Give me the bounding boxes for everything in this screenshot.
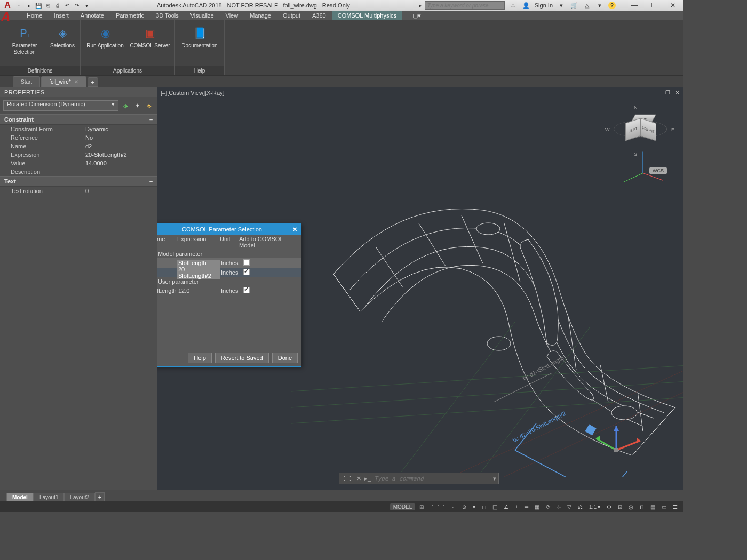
viewport[interactable]: [–][Custom View][X-Ray] — ❐ ✕ N E S W TO… xyxy=(157,87,683,490)
menu-manage[interactable]: Manage xyxy=(244,11,276,20)
menu-featured-apps-icon[interactable]: ▢▾ xyxy=(408,11,425,20)
param-row-slotlength[interactable]: SlotLength 12.0 Inches xyxy=(157,286,301,295)
layout-tab-l1[interactable]: Layout1 xyxy=(34,493,65,502)
command-menu-icon[interactable]: ▾ xyxy=(493,475,496,482)
status-gizmo-icon[interactable]: ⊹ xyxy=(554,504,563,510)
section-constraint[interactable]: Constraint– xyxy=(0,114,157,125)
app-logo[interactable]: A xyxy=(1,10,16,25)
dialog-help-button[interactable]: Help xyxy=(188,353,212,363)
status-isodraft-icon[interactable]: ▾ xyxy=(471,504,478,510)
tab-start[interactable]: Start xyxy=(13,76,40,87)
selection-type-dropdown[interactable]: Rotated Dimension (Dynamic) ▾ xyxy=(3,100,118,111)
dialog-revert-button[interactable]: Revert to Saved xyxy=(215,353,269,363)
status-gear-icon[interactable]: ⚙ xyxy=(605,504,614,510)
command-input[interactable] xyxy=(374,475,490,482)
checkbox-d1[interactable] xyxy=(243,259,250,266)
prop-reference[interactable]: ReferenceNo xyxy=(0,133,157,142)
status-grid-icon[interactable]: ⊞ xyxy=(417,504,426,510)
command-history-icon[interactable]: ▸_ xyxy=(364,475,371,482)
prop-value[interactable]: Value14.0000 xyxy=(0,159,157,167)
maximize-icon[interactable]: ☐ xyxy=(646,1,662,10)
status-qprop-icon[interactable]: ▤ xyxy=(648,504,657,510)
quick-select-icon[interactable]: ⬗ xyxy=(121,101,130,110)
menu-a360[interactable]: A360 xyxy=(307,11,331,20)
layout-tab-l2[interactable]: Layout2 xyxy=(64,493,95,502)
autodesk-icon[interactable]: ⛬ xyxy=(509,1,518,10)
pick-add-icon[interactable]: ✦ xyxy=(132,101,142,110)
group-user-parameter[interactable]: User parameter xyxy=(157,277,301,286)
menu-3dtools[interactable]: 3D Tools xyxy=(150,11,184,20)
close-icon[interactable]: ✕ xyxy=(665,1,681,10)
viewport-close-icon[interactable]: ✕ xyxy=(673,89,681,96)
comsol-server-button[interactable]: ▣ COMSOL Server xyxy=(129,22,171,63)
status-filter-icon[interactable]: ▽ xyxy=(565,504,574,510)
status-cycle-icon[interactable]: ⟳ xyxy=(544,504,552,510)
help-icon[interactable]: ? xyxy=(608,2,616,9)
status-lwt-icon[interactable]: ═ xyxy=(522,504,530,510)
command-drag-icon[interactable]: ⋮⋮ xyxy=(341,475,353,482)
signin-dropdown-icon[interactable]: ▾ xyxy=(557,1,566,10)
selections-button[interactable]: ◈ Selections xyxy=(48,22,77,63)
command-close-icon[interactable]: ✕ xyxy=(356,475,361,482)
signin-icon[interactable]: 👤 xyxy=(522,1,530,10)
dialog-close-icon[interactable]: ✕ xyxy=(290,225,299,234)
status-ortho-icon[interactable]: ⌐ xyxy=(450,504,458,510)
menu-view[interactable]: View xyxy=(220,11,244,20)
menu-home[interactable]: Home xyxy=(21,11,47,20)
menu-output[interactable]: Output xyxy=(277,11,306,20)
signin-label[interactable]: Sign In xyxy=(535,2,553,9)
run-application-button[interactable]: ◉ Run Application xyxy=(84,22,126,63)
a360-icon[interactable]: △ xyxy=(583,1,591,10)
prop-constraint-form[interactable]: Constraint FormDynamic xyxy=(0,125,157,133)
parameter-selection-button[interactable]: Pᵢ Parameter Selection xyxy=(3,22,46,63)
param-row-d2[interactable]: d2 20-SlotLength/2 Inches xyxy=(157,268,301,277)
layout-add-button[interactable]: + xyxy=(95,492,105,502)
status-workspace-icon[interactable]: ⊡ xyxy=(616,504,624,510)
checkbox-d2[interactable] xyxy=(243,269,250,275)
new-icon[interactable]: ▫ xyxy=(15,1,23,10)
prop-text-rotation[interactable]: Text rotation0 xyxy=(0,187,157,195)
qat-dropdown-icon[interactable]: ▾ xyxy=(82,1,91,10)
menu-parametric[interactable]: Parametric xyxy=(110,11,149,20)
exchange-icon[interactable]: 🛒 xyxy=(570,1,578,10)
menu-insert[interactable]: Insert xyxy=(49,11,74,20)
undo-icon[interactable]: ↶ xyxy=(63,1,71,10)
open-icon[interactable]: ▸ xyxy=(25,1,33,10)
search-icon[interactable]: ▸ xyxy=(416,1,425,10)
menu-annotate[interactable]: Annotate xyxy=(75,11,109,20)
prop-description[interactable]: Description xyxy=(0,167,157,176)
save-icon[interactable]: 💾 xyxy=(34,1,43,10)
status-annomon-icon[interactable]: ◎ xyxy=(626,504,635,510)
viewport-restore-icon[interactable]: ❐ xyxy=(664,89,671,96)
status-units-icon[interactable]: ⊓ xyxy=(638,504,646,510)
help-search-input[interactable] xyxy=(425,1,505,10)
dialog-done-button[interactable]: Done xyxy=(272,353,298,363)
minimize-icon[interactable]: — xyxy=(626,1,642,10)
redo-icon[interactable]: ↷ xyxy=(73,1,81,10)
section-text[interactable]: Text– xyxy=(0,176,157,187)
documentation-button[interactable]: 📘 Documentation xyxy=(178,22,221,63)
select-objects-icon[interactable]: ⬘ xyxy=(144,101,154,110)
status-customize-icon[interactable]: ☰ xyxy=(671,504,680,510)
prop-name[interactable]: Named2 xyxy=(0,142,157,150)
status-osnap-icon[interactable]: ◻ xyxy=(480,504,488,510)
menu-visualize[interactable]: Visualize xyxy=(185,11,219,20)
help-dropdown-icon[interactable]: ▾ xyxy=(595,1,604,10)
checkbox-slotlength[interactable] xyxy=(243,287,250,293)
tab-add-button[interactable]: + xyxy=(88,77,98,87)
status-transp-icon[interactable]: ▦ xyxy=(533,504,542,510)
status-polar-icon[interactable]: ⊙ xyxy=(460,504,468,510)
group-model-parameter[interactable]: Model parameter xyxy=(157,250,301,258)
viewport-label[interactable]: [–][Custom View][X-Ray] xyxy=(161,90,225,96)
prop-expression[interactable]: Expression20-SlotLength/2 xyxy=(0,150,157,159)
tab-foil-wire[interactable]: foil_wire* ✕ xyxy=(41,76,86,87)
viewport-minimize-icon[interactable]: — xyxy=(654,89,662,96)
layout-tab-model[interactable]: Model xyxy=(6,493,34,502)
menu-comsol[interactable]: COMSOL Multiphysics xyxy=(332,11,402,20)
status-otrack-icon[interactable]: ∠ xyxy=(502,504,511,510)
status-dyn-icon[interactable]: + xyxy=(513,504,520,510)
status-scale-label[interactable]: 1:1▾ xyxy=(587,504,602,510)
status-cleanscreen-icon[interactable]: ▭ xyxy=(659,504,669,510)
status-anno-icon[interactable]: ⚖ xyxy=(576,504,585,510)
status-3dosnap-icon[interactable]: ◫ xyxy=(490,504,499,510)
